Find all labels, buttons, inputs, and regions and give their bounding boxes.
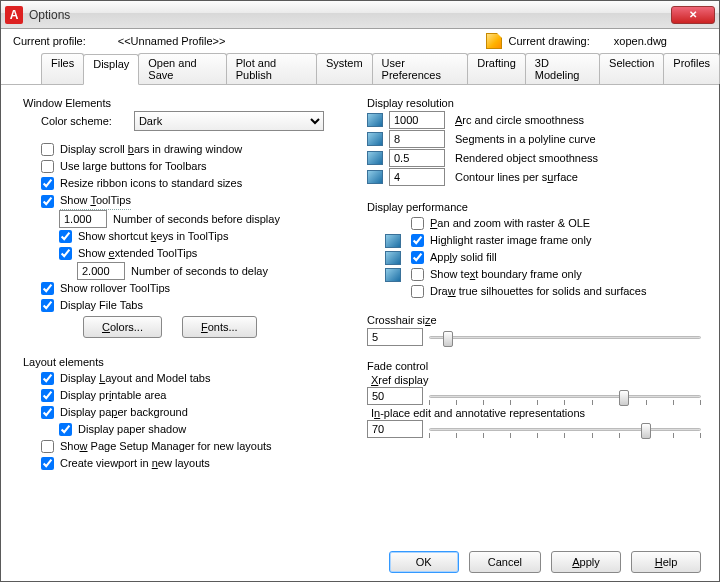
solid-fill-label: Apply solid fill — [430, 249, 497, 266]
highlight-raster-checkbox[interactable] — [411, 234, 424, 247]
shortcut-keys-label: Show shortcut keys in ToolTips — [78, 228, 228, 245]
arc-smoothness-label: Arc and circle smoothness — [455, 114, 584, 126]
color-scheme-select[interactable]: Dark — [134, 111, 324, 131]
text-boundary-label: Show text boundary frame only — [430, 266, 582, 283]
seconds-before-label: Number of seconds before display — [113, 211, 280, 228]
group-window-elements: Window Elements Color scheme: Dark Displ… — [23, 93, 357, 338]
tab-plot-publish[interactable]: Plot and Publish — [226, 53, 317, 84]
display-performance-title: Display performance — [367, 201, 701, 213]
current-drawing-label: Current drawing: — [508, 35, 589, 47]
inplace-edit-slider[interactable] — [429, 420, 701, 438]
text-boundary-checkbox[interactable] — [411, 268, 424, 281]
printable-area-checkbox[interactable] — [41, 389, 54, 402]
crosshair-slider[interactable] — [429, 328, 701, 346]
object-smoothness-label: Rendered object smoothness — [455, 152, 598, 164]
apply-button[interactable]: Apply — [551, 551, 621, 573]
drawing-variable-icon — [367, 113, 383, 127]
scroll-bars-label: Display scroll bars in drawing window — [60, 141, 242, 158]
pan-zoom-label: Pan and zoom with raster & OLE — [430, 215, 590, 232]
file-tabs-label: Display File Tabs — [60, 297, 143, 314]
crosshair-title: Crosshair size — [367, 314, 701, 326]
tab-profiles[interactable]: Profiles — [663, 53, 720, 84]
seconds-delay-label: Number of seconds to delay — [131, 263, 268, 280]
tab-strip: Files Display Open and Save Plot and Pub… — [1, 53, 719, 85]
scroll-bars-checkbox[interactable] — [41, 143, 54, 156]
color-scheme-label: Color scheme: — [41, 113, 112, 130]
fonts-button[interactable]: Fonts... — [182, 316, 257, 338]
contour-lines-input[interactable] — [389, 168, 445, 186]
paper-background-label: Display paper background — [60, 404, 188, 421]
highlight-raster-label: Highlight raster image frame only — [430, 232, 591, 249]
large-buttons-label: Use large buttons for Toolbars — [60, 158, 207, 175]
group-fade-control: Fade control Xref display In-place edit … — [367, 356, 701, 438]
tab-open-save[interactable]: Open and Save — [138, 53, 226, 84]
tab-user-preferences[interactable]: User Preferences — [372, 53, 469, 84]
polyline-segments-label: Segments in a polyline curve — [455, 133, 596, 145]
tab-selection[interactable]: Selection — [599, 53, 664, 84]
page-setup-mgr-label: Show Page Setup Manager for new layouts — [60, 438, 272, 455]
tab-system[interactable]: System — [316, 53, 373, 84]
cancel-button[interactable]: Cancel — [469, 551, 541, 573]
drawing-variable-icon — [385, 251, 401, 265]
options-dialog: A Options ✕ Current profile: <<Unnamed P… — [0, 0, 720, 582]
extended-tooltips-checkbox[interactable] — [59, 247, 72, 260]
fade-control-title: Fade control — [367, 360, 701, 372]
polyline-segments-input[interactable] — [389, 130, 445, 148]
drawing-variable-icon — [367, 170, 383, 184]
true-silhouettes-label: Draw true silhouettes for solids and sur… — [430, 283, 646, 300]
arc-smoothness-input[interactable] — [389, 111, 445, 129]
group-crosshair: Crosshair size — [367, 310, 701, 346]
paper-background-checkbox[interactable] — [41, 406, 54, 419]
seconds-delay-input[interactable] — [77, 262, 125, 280]
window-elements-title: Window Elements — [23, 97, 357, 109]
true-silhouettes-checkbox[interactable] — [411, 285, 424, 298]
layout-elements-title: Layout elements — [23, 356, 357, 368]
window-title: Options — [29, 8, 70, 22]
pan-zoom-checkbox[interactable] — [411, 217, 424, 230]
contour-lines-label: Contour lines per surface — [455, 171, 578, 183]
paper-shadow-label: Display paper shadow — [78, 421, 186, 438]
tab-drafting[interactable]: Drafting — [467, 53, 526, 84]
display-resolution-title: Display resolution — [367, 97, 701, 109]
file-tabs-checkbox[interactable] — [41, 299, 54, 312]
drawing-variable-icon — [385, 268, 401, 282]
page-setup-mgr-checkbox[interactable] — [41, 440, 54, 453]
xref-display-input[interactable] — [367, 387, 423, 405]
extended-tooltips-label: Show extended ToolTips — [78, 245, 197, 262]
layout-model-tabs-checkbox[interactable] — [41, 372, 54, 385]
drawing-variable-icon — [367, 151, 383, 165]
inplace-edit-input[interactable] — [367, 420, 423, 438]
tab-3d-modeling[interactable]: 3D Modeling — [525, 53, 600, 84]
group-layout-elements: Layout elements Display Layout and Model… — [23, 352, 357, 472]
shortcut-keys-checkbox[interactable] — [59, 230, 72, 243]
paper-shadow-checkbox[interactable] — [59, 423, 72, 436]
show-tooltips-label: Show ToolTips — [60, 192, 131, 210]
show-tooltips-checkbox[interactable] — [41, 195, 54, 208]
xref-display-slider[interactable] — [429, 387, 701, 405]
object-smoothness-input[interactable] — [389, 149, 445, 167]
drawing-variable-icon — [367, 132, 383, 146]
ok-button[interactable]: OK — [389, 551, 459, 573]
app-icon: A — [5, 6, 23, 24]
current-profile-value: <<Unnamed Profile>> — [118, 35, 226, 47]
tab-files[interactable]: Files — [41, 53, 84, 84]
colors-button[interactable]: Colors... — [83, 316, 162, 338]
solid-fill-checkbox[interactable] — [411, 251, 424, 264]
close-button[interactable]: ✕ — [671, 6, 715, 24]
create-viewport-label: Create viewport in new layouts — [60, 455, 210, 472]
profile-header: Current profile: <<Unnamed Profile>> Cur… — [1, 29, 719, 51]
tab-display[interactable]: Display — [83, 54, 139, 85]
layout-model-tabs-label: Display Layout and Model tabs — [60, 370, 210, 387]
large-buttons-checkbox[interactable] — [41, 160, 54, 173]
create-viewport-checkbox[interactable] — [41, 457, 54, 470]
current-drawing-value: xopen.dwg — [614, 35, 667, 47]
resize-ribbon-label: Resize ribbon icons to standard sizes — [60, 175, 242, 192]
drawing-icon — [486, 33, 502, 49]
help-button[interactable]: Help — [631, 551, 701, 573]
crosshair-input[interactable] — [367, 328, 423, 346]
group-display-resolution: Display resolution Arc and circle smooth… — [367, 93, 701, 187]
printable-area-label: Display printable area — [60, 387, 166, 404]
seconds-before-input[interactable] — [59, 210, 107, 228]
rollover-tooltips-checkbox[interactable] — [41, 282, 54, 295]
resize-ribbon-checkbox[interactable] — [41, 177, 54, 190]
